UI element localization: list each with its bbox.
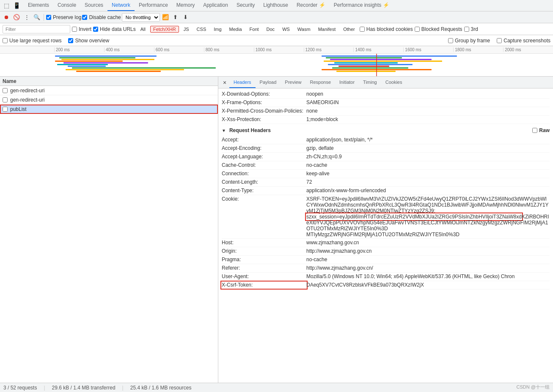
filter-input[interactable] [3, 25, 70, 33]
wifi-icon[interactable]: 📶 [161, 13, 170, 22]
details-tab-payload[interactable]: Payload [256, 77, 281, 88]
response-header-row-2: X-Permitted-Cross-Domain-Policies: none [222, 107, 550, 116]
filter-img[interactable]: Img [211, 26, 224, 33]
tab-network[interactable]: Network [107, 0, 135, 11]
request-item-2[interactable]: pubList [0, 105, 218, 114]
large-rows-checkbox[interactable] [3, 38, 8, 43]
capture-screenshots-checkbox[interactable] [497, 38, 502, 43]
details-tab-timing[interactable]: Timing [359, 77, 381, 88]
upload-icon[interactable]: ⬆ [171, 13, 180, 22]
capture-screenshots-label[interactable]: Capture screenshots [497, 38, 550, 44]
filter-css[interactable]: CSS [194, 26, 209, 33]
tab-console[interactable]: Console [53, 0, 80, 11]
throttle-select[interactable]: No throttling [122, 13, 160, 22]
filter-js[interactable]: JS [181, 26, 192, 33]
req-header-pragma-name: Pragma: [222, 257, 306, 263]
details-tab-preview[interactable]: Preview [281, 77, 305, 88]
blocked-requests-label[interactable]: Blocked Requests [415, 26, 462, 32]
filter-icon-button[interactable]: ⋮ [22, 13, 31, 22]
tab-security[interactable]: Security [232, 0, 259, 11]
show-overview-checkbox[interactable] [68, 38, 73, 43]
header-value-cross-domain: none [306, 108, 318, 114]
tab-performance[interactable]: Performance [135, 0, 172, 11]
request-item-1[interactable]: gen-redirect-uri [0, 95, 218, 105]
details-tab-headers[interactable]: Headers [229, 77, 256, 88]
hide-data-urls-checkbox[interactable] [93, 27, 98, 32]
preserve-log-label[interactable]: Preserve log [46, 14, 81, 20]
clear-button[interactable]: 🚫 [12, 13, 21, 22]
filter-doc[interactable]: Doc [264, 26, 278, 33]
tab-application[interactable]: Application [199, 0, 232, 11]
disable-cache-label[interactable]: Disable cache [82, 14, 121, 20]
req-header-cl-value: 72 [306, 179, 312, 185]
req-header-cache-control: Cache-Control: no-cache [222, 161, 550, 170]
req-header-origin-value: http://www.zjmazhang.gov.cn [306, 248, 372, 254]
blocked-requests-checkbox[interactable] [415, 27, 420, 32]
ruler-mark-800: 800 ms [204, 47, 254, 52]
filter-all[interactable]: All [138, 26, 149, 33]
filter-media[interactable]: Media [226, 26, 245, 33]
req-header-xcsrf-name: X-Csrf-Token: [222, 282, 306, 288]
toolbar-divider-1 [44, 14, 44, 21]
record-button[interactable]: ⏺ [2, 13, 11, 22]
device-icon[interactable]: 📱 [12, 1, 21, 10]
has-blocked-cookies-label[interactable]: Has blocked cookies [360, 26, 413, 32]
raw-checkbox-container: Raw [532, 127, 550, 133]
timeline-container: 200 ms 400 ms 600 ms 800 ms 1000 ms 1200… [0, 46, 553, 77]
details-tab-initiator[interactable]: Initiator [335, 77, 359, 88]
has-blocked-cookies-checkbox[interactable] [360, 27, 365, 32]
filter-fetch-xhr[interactable]: Fetch/XHR [150, 26, 179, 33]
filter-other[interactable]: Other [340, 26, 358, 33]
ruler-mark-1000: 1000 ms [254, 47, 304, 52]
filter-font[interactable]: Font [247, 26, 262, 33]
raw-checkbox[interactable] [532, 128, 537, 133]
request-item-1-checkbox[interactable] [3, 97, 8, 102]
details-tab-cookies[interactable]: Cookies [381, 77, 407, 88]
large-rows-label[interactable]: Use large request rows [3, 38, 61, 44]
invert-label[interactable]: Invert [72, 26, 91, 32]
svg-rect-5 [57, 64, 108, 65]
tab-sources[interactable]: Sources [80, 0, 107, 11]
disable-cache-checkbox[interactable] [82, 15, 87, 20]
details-close-button[interactable]: × [220, 78, 229, 87]
inspect-icon[interactable]: ⬚ [2, 1, 11, 10]
header-value-download-options: noopen [306, 91, 323, 97]
req-header-al-value: zh-CN,zh;q=0.9 [306, 154, 342, 160]
ruler-mark-400: 400 ms [104, 47, 154, 52]
svg-rect-6 [68, 66, 106, 67]
download-icon[interactable]: ⬇ [181, 13, 190, 22]
svg-rect-12 [330, 59, 432, 60]
details-tab-bar: × Headers Payload Preview Response Initi… [218, 77, 553, 88]
group-by-frame-label[interactable]: Group by frame [448, 38, 490, 44]
req-header-referer: Referer: http://www.zjmazhang.gov.cn/ [222, 264, 550, 273]
filter-manifest[interactable]: Manifest [315, 26, 339, 33]
hide-data-urls-label[interactable]: Hide data URLs [93, 26, 136, 32]
options-row: Use large request rows Show overview Gro… [0, 35, 553, 46]
filter-wasm[interactable]: Wasm [294, 26, 314, 33]
req-header-referer-value: http://www.zjmazhang.gov.cn/ [306, 265, 373, 271]
request-headers-arrow: ▼ [222, 128, 226, 133]
tab-lighthouse[interactable]: Lighthouse [259, 0, 292, 11]
req-header-user-agent: User-Agent: Mozilla/5.0 (Windows NT 10.0… [222, 273, 550, 281]
details-tab-response[interactable]: Response [305, 77, 335, 88]
tab-recorder[interactable]: Recorder ⚡ [292, 0, 330, 11]
show-overview-label[interactable]: Show overview [68, 38, 109, 44]
invert-checkbox[interactable] [72, 27, 77, 32]
preserve-log-checkbox[interactable] [46, 15, 51, 20]
response-header-row-1: X-Frame-Options: SAMEORIGIN [222, 99, 550, 107]
request-headers-section-title[interactable]: ▼ Request Headers Raw [222, 126, 550, 135]
request-item-2-checkbox[interactable] [3, 107, 8, 112]
filter-bar: Invert Hide data URLs All Fetch/XHR JS C… [0, 23, 553, 35]
3rd-party-label[interactable]: 3rd [464, 26, 478, 32]
request-item-1-name: gen-redirect-uri [10, 97, 44, 103]
tab-performance-insights[interactable]: Performance insights ⚡ [330, 0, 393, 11]
search-button[interactable]: 🔍 [32, 13, 41, 22]
3rd-party-checkbox[interactable] [464, 27, 469, 32]
request-item-0[interactable]: gen-redirect-uri [0, 86, 218, 95]
group-by-frame-checkbox[interactable] [448, 38, 453, 43]
request-item-0-checkbox[interactable] [3, 88, 8, 93]
tab-memory[interactable]: Memory [172, 0, 199, 11]
filter-ws[interactable]: WS [279, 26, 293, 33]
tab-elements[interactable]: Elements [24, 0, 53, 11]
svg-rect-17 [332, 67, 408, 69]
